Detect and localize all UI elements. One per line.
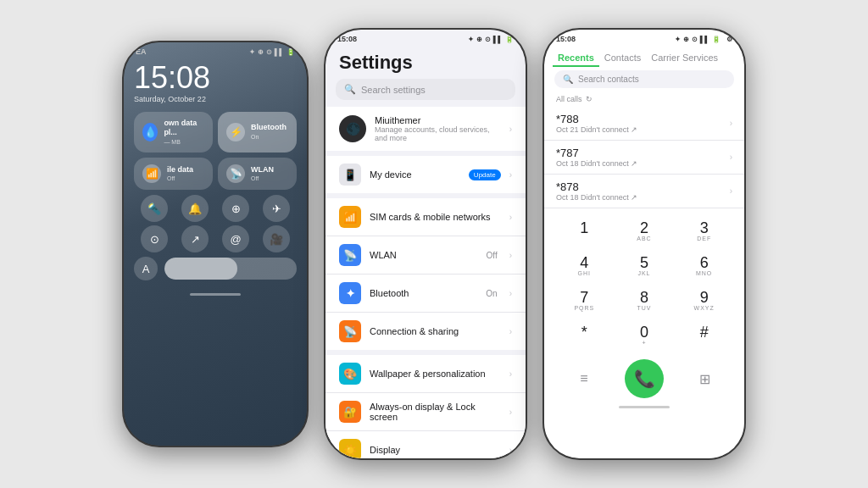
tab-contacts[interactable]: Contacts <box>599 50 646 67</box>
brightness-row: A <box>134 257 297 280</box>
search-contacts-placeholder: Search contacts <box>578 75 639 84</box>
wallpaper-item[interactable]: 🎨 Wallpaper & personalization › <box>326 355 526 393</box>
wallpaper-icon: 🎨 <box>339 363 361 385</box>
status-bar-2: 15:08 ✦⊕⊙▌▌🔋 <box>326 30 526 45</box>
lock-time: 15:08 <box>134 61 297 95</box>
display-item[interactable]: ☀️ Display › <box>326 431 526 458</box>
my-device-icon: 📱 <box>339 164 361 186</box>
data-icon: 💧 <box>142 123 158 141</box>
status-icons-1: ✦⊕⊙▌▌🔋 <box>249 48 295 56</box>
settings-title: Settings <box>326 45 526 79</box>
sim-label: SIM cards & mobile networks <box>370 212 501 222</box>
my-device-chevron: › <box>509 170 512 180</box>
dial-key-4[interactable]: 4 GHI <box>556 250 613 281</box>
sim-chevron: › <box>509 213 512 222</box>
dial-pad: 1 2 ABC 3 DEF 4 GHI 5 JKL <box>544 208 744 354</box>
phone-settings: 15:08 ✦⊕⊙▌▌🔋 Settings 🔍 Search settings … <box>324 28 527 460</box>
menu-btn[interactable]: ≡ <box>569 363 599 394</box>
tile-bluetooth[interactable]: ⚡ Bluetooth On <box>218 112 297 152</box>
account-item[interactable]: 🌑 Miuithemer Manage accounts, cloud serv… <box>326 107 526 151</box>
status-left-1: EA <box>136 47 147 56</box>
account-sub: Manage accounts, cloud services, and mor… <box>375 125 501 142</box>
call-number-1: *787 <box>556 147 637 159</box>
dial-key-5[interactable]: 5 JKL <box>616 250 673 281</box>
status-time-2: 15:08 <box>337 35 357 43</box>
lock-screen-chevron: › <box>509 408 512 417</box>
tile-data[interactable]: 💧 own data pl... — MB <box>134 112 213 152</box>
wlan-chevron: › <box>509 251 512 260</box>
call-2-chevron: › <box>730 186 732 196</box>
call-date-0: Oct 21 Didn't connect ↗ <box>556 125 637 134</box>
connection-chevron: › <box>509 327 512 336</box>
tab-recents[interactable]: Recents <box>553 50 599 67</box>
settings-content: Settings 🔍 Search settings 🌑 Miuithemer … <box>326 45 526 458</box>
camera-btn[interactable]: 🎥 <box>263 225 290 252</box>
sim-item[interactable]: 📶 SIM cards & mobile networks › <box>326 198 526 236</box>
dial-key-7[interactable]: 7 PQRS <box>556 285 613 316</box>
lock-screen-item[interactable]: 🔐 Always-on display & Lock screen › <box>326 393 526 431</box>
tile-wlan[interactable]: 📡 WLAN Off <box>218 158 297 190</box>
grid-btn[interactable]: ⊞ <box>689 363 720 394</box>
call-button[interactable]: 📞 <box>625 359 664 398</box>
wallpaper-label: Wallpaper & personalization <box>370 369 501 379</box>
status-icons-2: ✦⊕⊙▌▌🔋 <box>468 36 514 43</box>
bluetooth-settings-icon: ✦ <box>339 282 361 304</box>
dial-key-8[interactable]: 8 TUV <box>616 285 673 316</box>
tile-mobile-data[interactable]: 📶 ile data Off <box>134 158 213 190</box>
dial-key-9[interactable]: 9 WXYZ <box>676 285 732 316</box>
account-avatar: 🌑 <box>339 115 366 142</box>
tab-carrier[interactable]: Carrier Services <box>646 50 723 67</box>
home-bar-1[interactable] <box>124 287 307 301</box>
notification-btn[interactable]: 🔔 <box>181 195 209 222</box>
text-icon: A <box>134 257 158 280</box>
account-text: Miuithemer Manage accounts, cloud servic… <box>375 115 501 142</box>
dial-key-0[interactable]: 0 + <box>616 319 673 351</box>
settings-search[interactable]: 🔍 Search settings <box>336 79 515 100</box>
connection-item[interactable]: 📡 Connection & sharing › <box>326 313 526 350</box>
at-btn[interactable]: @ <box>222 225 249 252</box>
home-bar-3[interactable] <box>544 400 744 413</box>
search-contacts-bar[interactable]: 🔍 Search contacts <box>554 70 734 88</box>
flashlight-btn[interactable]: 🔦 <box>141 195 168 222</box>
wlan-value: Off <box>487 251 498 260</box>
search-settings-placeholder: Search settings <box>361 85 426 95</box>
mobile-data-icon: 📶 <box>142 164 161 183</box>
account-chevron: › <box>509 125 512 134</box>
bluetooth-chevron: › <box>509 289 512 298</box>
call-item-2[interactable]: *878 Oct 18 Didn't connect ↗ › <box>544 175 744 208</box>
scan-btn[interactable]: ⊕ <box>222 195 249 222</box>
airplane-btn[interactable]: ✈ <box>263 195 290 222</box>
phone-app-tabs: Recents Contacts Carrier Services <box>544 45 744 70</box>
personalization-section: 🎨 Wallpaper & personalization › 🔐 Always… <box>326 355 526 458</box>
call-item-1[interactable]: *787 Oct 18 Didn't connect ↗ › <box>544 141 744 175</box>
dial-key-hash[interactable]: # <box>676 319 732 351</box>
call-number-0: *788 <box>556 113 637 125</box>
wlan-item[interactable]: 📡 WLAN Off › <box>326 236 526 274</box>
dial-key-3[interactable]: 3 DEF <box>676 215 732 247</box>
all-calls-label: All calls ↻ <box>544 93 744 107</box>
settings-btn[interactable]: ⊙ <box>141 225 168 252</box>
brightness-bar[interactable] <box>164 258 297 280</box>
lock-screen-icon: 🔐 <box>339 401 361 423</box>
display-chevron: › <box>509 446 512 455</box>
call-item-0[interactable]: *788 Oct 21 Didn't connect ↗ › <box>544 107 744 141</box>
sim-icon: 📶 <box>339 206 361 228</box>
icon-row-2: ⊙ ↗ @ 🎥 <box>134 225 297 252</box>
dial-key-1[interactable]: 1 <box>556 215 613 247</box>
status-bar-1: EA ✦⊕⊙▌▌🔋 <box>124 42 307 58</box>
search-icon-settings: 🔍 <box>344 84 356 95</box>
dial-key-star[interactable]: * <box>556 319 613 351</box>
home-indicator-1 <box>190 293 241 296</box>
bluetooth-item[interactable]: ✦ Bluetooth On › <box>326 274 526 313</box>
my-device-item[interactable]: 📱 My device Update › <box>326 156 526 193</box>
lock-screen-label: Always-on display & Lock screen <box>370 402 501 422</box>
call-1-chevron: › <box>730 152 732 162</box>
wlan-label: WLAN <box>370 250 478 260</box>
status-bar-3: 15:08 ✦⊕⊙▌▌🔋 ⚙ <box>544 30 744 45</box>
location-btn[interactable]: ↗ <box>181 225 209 252</box>
brightness-fill <box>164 258 237 280</box>
network-section: 📶 SIM cards & mobile networks › 📡 WLAN O… <box>326 198 526 350</box>
dial-key-6[interactable]: 6 MNO <box>676 250 732 281</box>
my-device-label: My device <box>370 169 460 180</box>
dial-key-2[interactable]: 2 ABC <box>616 215 673 247</box>
